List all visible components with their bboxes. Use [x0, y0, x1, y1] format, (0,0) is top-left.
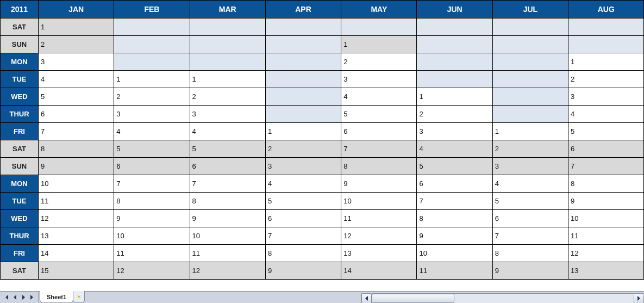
calendar-cell[interactable]: 9 — [265, 262, 341, 280]
calendar-cell[interactable]: 14 — [39, 245, 114, 262]
day-of-week-label[interactable]: MON — [1, 53, 39, 71]
last-sheet-button[interactable] — [28, 294, 36, 301]
day-of-week-label[interactable]: FRI — [1, 123, 39, 140]
calendar-cell[interactable]: 1 — [568, 53, 644, 71]
calendar-cell[interactable]: 5 — [114, 140, 190, 158]
calendar-cell[interactable]: 2 — [341, 53, 417, 71]
calendar-cell[interactable]: 7 — [265, 227, 341, 245]
calendar-cell[interactable] — [417, 71, 492, 88]
calendar-cell[interactable]: 3 — [492, 158, 568, 175]
calendar-cell[interactable]: 10 — [39, 175, 114, 193]
new-sheet-tab[interactable]: ✶ — [73, 291, 85, 303]
day-of-week-label[interactable]: WED — [1, 210, 39, 227]
calendar-cell[interactable] — [265, 71, 341, 88]
calendar-cell[interactable] — [190, 36, 265, 53]
calendar-table[interactable]: 2011 JAN FEB MAR APR MAY JUN JUL AUG SAT… — [0, 0, 644, 280]
scroll-right-button[interactable] — [634, 293, 644, 304]
calendar-cell[interactable]: 1 — [190, 71, 265, 88]
month-header-aug[interactable]: AUG — [568, 1, 644, 18]
day-of-week-label[interactable]: TUE — [1, 193, 39, 210]
calendar-cell[interactable]: 1 — [39, 18, 114, 36]
calendar-cell[interactable]: 3 — [417, 123, 492, 140]
calendar-cell[interactable]: 10 — [114, 227, 190, 245]
calendar-cell[interactable]: 9 — [39, 158, 114, 175]
scroll-left-button[interactable] — [361, 293, 372, 304]
calendar-cell[interactable]: 3 — [114, 106, 190, 123]
calendar-cell[interactable]: 2 — [114, 88, 190, 106]
calendar-cell[interactable]: 8 — [39, 140, 114, 158]
calendar-cell[interactable]: 13 — [39, 227, 114, 245]
month-header-may[interactable]: MAY — [341, 1, 417, 18]
calendar-cell[interactable]: 1 — [114, 71, 190, 88]
scroll-track[interactable] — [372, 293, 634, 304]
calendar-cell[interactable]: 8 — [190, 193, 265, 210]
horizontal-scrollbar[interactable] — [361, 293, 644, 303]
calendar-cell[interactable]: 6 — [492, 210, 568, 227]
calendar-cell[interactable] — [114, 36, 190, 53]
calendar-cell[interactable]: 11 — [114, 245, 190, 262]
calendar-cell[interactable]: 11 — [341, 210, 417, 227]
calendar-cell[interactable] — [265, 88, 341, 106]
calendar-cell[interactable]: 12 — [341, 227, 417, 245]
calendar-cell[interactable]: 8 — [341, 158, 417, 175]
calendar-cell[interactable]: 10 — [341, 193, 417, 210]
calendar-cell[interactable]: 3 — [341, 71, 417, 88]
day-of-week-label[interactable]: SAT — [1, 140, 39, 158]
calendar-cell[interactable]: 5 — [568, 123, 644, 140]
month-header-apr[interactable]: APR — [265, 1, 341, 18]
calendar-cell[interactable] — [341, 18, 417, 36]
calendar-cell[interactable]: 2 — [417, 106, 492, 123]
calendar-cell[interactable]: 4 — [492, 175, 568, 193]
calendar-cell[interactable]: 6 — [417, 175, 492, 193]
calendar-cell[interactable]: 15 — [39, 262, 114, 280]
calendar-cell[interactable]: 11 — [568, 227, 644, 245]
calendar-cell[interactable]: 4 — [568, 106, 644, 123]
calendar-cell[interactable] — [417, 18, 492, 36]
calendar-cell[interactable]: 9 — [568, 193, 644, 210]
calendar-cell[interactable]: 6 — [568, 140, 644, 158]
year-header[interactable]: 2011 — [1, 1, 39, 18]
month-header-mar[interactable]: MAR — [190, 1, 265, 18]
calendar-cell[interactable]: 5 — [39, 88, 114, 106]
calendar-cell[interactable]: 7 — [492, 227, 568, 245]
calendar-cell[interactable]: 11 — [190, 245, 265, 262]
calendar-cell[interactable]: 6 — [265, 210, 341, 227]
calendar-cell[interactable]: 2 — [492, 140, 568, 158]
day-of-week-label[interactable]: SAT — [1, 262, 39, 280]
calendar-cell[interactable] — [265, 106, 341, 123]
prev-sheet-button[interactable] — [11, 294, 18, 301]
calendar-cell[interactable] — [265, 36, 341, 53]
calendar-cell[interactable]: 9 — [190, 210, 265, 227]
calendar-cell[interactable] — [114, 53, 190, 71]
calendar-cell[interactable]: 8 — [568, 175, 644, 193]
calendar-cell[interactable]: 6 — [341, 123, 417, 140]
calendar-cell[interactable]: 6 — [190, 158, 265, 175]
calendar-cell[interactable]: 7 — [341, 140, 417, 158]
calendar-cell[interactable]: 13 — [568, 262, 644, 280]
day-of-week-label[interactable]: FRI — [1, 245, 39, 262]
calendar-cell[interactable] — [114, 18, 190, 36]
calendar-cell[interactable]: 5 — [417, 158, 492, 175]
calendar-cell[interactable] — [417, 53, 492, 71]
calendar-cell[interactable]: 5 — [265, 193, 341, 210]
day-of-week-label[interactable]: TUE — [1, 71, 39, 88]
calendar-cell[interactable]: 9 — [417, 227, 492, 245]
calendar-cell[interactable]: 1 — [341, 36, 417, 53]
calendar-cell[interactable]: 11 — [39, 193, 114, 210]
calendar-cell[interactable]: 4 — [190, 123, 265, 140]
calendar-cell[interactable]: 4 — [114, 123, 190, 140]
calendar-cell[interactable] — [568, 36, 644, 53]
day-of-week-label[interactable]: WED — [1, 88, 39, 106]
calendar-cell[interactable]: 9 — [341, 175, 417, 193]
calendar-cell[interactable] — [492, 18, 568, 36]
day-of-week-label[interactable]: SUN — [1, 158, 39, 175]
day-of-week-label[interactable]: SUN — [1, 36, 39, 53]
calendar-cell[interactable]: 8 — [265, 245, 341, 262]
calendar-cell[interactable] — [492, 71, 568, 88]
day-of-week-label[interactable]: MON — [1, 175, 39, 193]
calendar-cell[interactable]: 2 — [265, 140, 341, 158]
calendar-cell[interactable]: 6 — [39, 106, 114, 123]
calendar-cell[interactable]: 9 — [114, 210, 190, 227]
calendar-cell[interactable]: 2 — [39, 36, 114, 53]
calendar-cell[interactable]: 3 — [265, 158, 341, 175]
